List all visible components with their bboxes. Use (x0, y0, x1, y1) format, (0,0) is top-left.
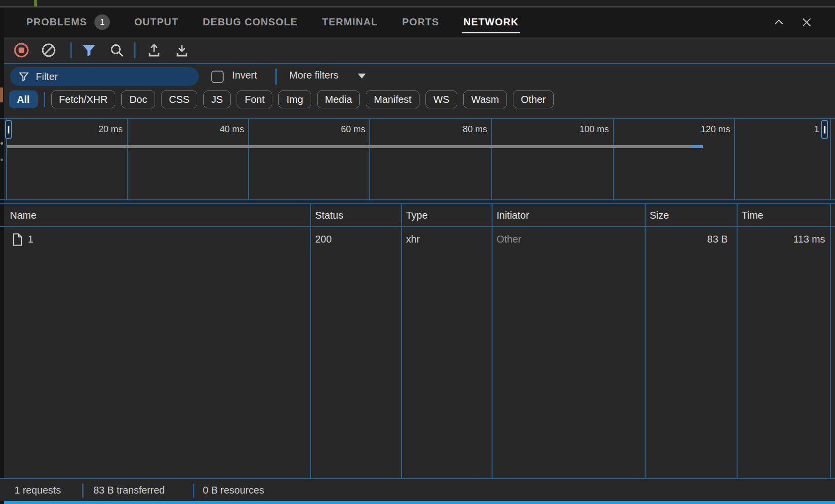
search-icon[interactable] (109, 43, 124, 58)
chip-media[interactable]: Media (317, 90, 360, 108)
chip-img[interactable]: Img (278, 90, 311, 108)
overview-gridline (127, 119, 128, 199)
column-header-size[interactable]: Size (650, 210, 669, 221)
overview-right-handle[interactable] (821, 120, 828, 139)
network-overview-timeline[interactable]: 20 ms 40 ms 60 ms 80 ms 100 ms 120 ms 1 (0, 118, 835, 200)
chip-font[interactable]: Font (237, 90, 272, 108)
chip-label: Doc (129, 94, 147, 105)
tab-problems[interactable]: PROBLEMS 1 (26, 7, 110, 37)
chip-label: Media (325, 94, 352, 105)
chips-divider (44, 92, 45, 107)
chip-manifest[interactable]: Manifest (366, 90, 419, 108)
resources-size: 0 B resources (203, 485, 264, 496)
tick-label: 120 ms (701, 124, 730, 135)
tab-terminal[interactable]: TERMINAL (322, 7, 378, 37)
editor-code-strip: 26 // const yourMMKVStorage = new MMKV()… (0, 0, 835, 6)
chip-label: Manifest (374, 94, 412, 105)
panel-focus-border (4, 501, 835, 504)
tab-label: DEBUG CONSOLE (203, 16, 298, 28)
chip-label: Other (521, 94, 546, 105)
chip-js[interactable]: JS (203, 90, 231, 108)
tab-network[interactable]: NETWORK (463, 7, 518, 37)
request-type-filter-chips: All Fetch/XHR Doc CSS JS Font Img Media … (4, 89, 835, 109)
table-row[interactable]: 1 200 xhr Other 83 B 113 ms (0, 227, 835, 251)
tab-ports[interactable]: PORTS (402, 7, 439, 37)
overview-gridline (613, 119, 614, 199)
requests-count: 1 requests (14, 485, 61, 496)
export-har-icon[interactable] (174, 43, 189, 58)
tick-label-clipped: 1 (814, 124, 819, 135)
overview-gridline (369, 119, 370, 199)
vscode-panel: 26 // const yourMMKVStorage = new MMKV()… (0, 0, 835, 504)
tab-output[interactable]: OUTPUT (134, 7, 178, 37)
overview-gridline (734, 119, 735, 199)
tab-label: PORTS (402, 16, 439, 28)
overview-left-handle[interactable] (5, 120, 12, 139)
problems-count-badge: 1 (94, 14, 110, 30)
tick-label: 100 ms (580, 124, 609, 135)
active-tab-underline (462, 32, 519, 33)
filter-input[interactable] (36, 71, 185, 83)
chevron-down-icon (358, 74, 366, 79)
summary-divider (193, 484, 194, 498)
summary-bar: 1 requests 83 B transferred 0 B resource… (0, 478, 835, 501)
toolbar-divider (134, 42, 136, 58)
cell-name[interactable]: 1 (28, 233, 33, 245)
overview-gridline (248, 119, 249, 199)
chip-label: CSS (169, 94, 189, 105)
column-header-type[interactable]: Type (406, 210, 427, 221)
chip-doc[interactable]: Doc (121, 90, 155, 108)
network-toolbar (4, 37, 835, 63)
tab-debug-console[interactable]: DEBUG CONSOLE (203, 7, 298, 37)
overview-request-bar-download (692, 145, 703, 148)
chip-label: Fetch/XHR (59, 94, 108, 105)
chip-label: Wasm (471, 94, 499, 105)
handle-grip (824, 126, 826, 133)
panel-tabs: PROBLEMS 1 OUTPUT DEBUG CONSOLE TERMINAL… (26, 7, 519, 37)
chip-all[interactable]: All (9, 90, 38, 108)
chip-label: Font (245, 94, 264, 105)
chevron-up-icon[interactable] (772, 16, 785, 29)
chip-css[interactable]: CSS (161, 90, 197, 108)
cell-size: 83 B (645, 233, 733, 245)
panel-actions (772, 7, 813, 37)
overview-gridline (491, 119, 492, 199)
clear-network-log-icon[interactable] (41, 43, 56, 58)
tick-label: 40 ms (220, 124, 244, 135)
cell-initiator[interactable]: Other (497, 233, 521, 245)
chip-label: JS (211, 94, 223, 105)
tick-label: 80 ms (463, 124, 487, 135)
tab-label: PROBLEMS (26, 16, 87, 28)
filter-icon[interactable] (82, 43, 96, 58)
chip-wasm[interactable]: Wasm (463, 90, 507, 108)
close-icon[interactable] (800, 16, 813, 29)
chip-fetch-xhr[interactable]: Fetch/XHR (51, 90, 116, 108)
code-line: 26 // const yourMMKVStorage = new MMKV()… (0, 0, 54, 6)
toolbar-divider (71, 42, 72, 58)
handle-grip (8, 126, 9, 133)
toolbar-bottom-rule (4, 63, 835, 64)
tab-label: TERMINAL (322, 16, 378, 28)
more-filters-button[interactable]: More filters (289, 70, 338, 81)
filter-input-pill[interactable] (10, 67, 199, 86)
column-header-time[interactable]: Time (742, 210, 763, 221)
gutter-modified-indicator (34, 0, 37, 6)
funnel-icon (18, 71, 29, 82)
invert-checkbox[interactable] (211, 71, 224, 83)
filter-row: Invert More filters (4, 65, 835, 88)
invert-label: Invert (232, 70, 257, 81)
tick-label: 20 ms (98, 124, 123, 135)
chip-ws[interactable]: WS (425, 90, 457, 108)
overview-request-bar (7, 145, 692, 148)
column-header-status[interactable]: Status (315, 210, 343, 221)
chip-label: All (17, 94, 30, 105)
chip-other[interactable]: Other (513, 90, 554, 108)
summary-divider (82, 484, 84, 498)
column-header-initiator[interactable]: Initiator (497, 210, 529, 221)
left-edge-marker (0, 87, 3, 102)
import-har-icon[interactable] (147, 43, 162, 58)
column-header-name[interactable]: Name (10, 210, 36, 221)
cell-time: 113 ms (737, 233, 830, 245)
record-stop-button[interactable] (13, 42, 29, 58)
chip-label: WS (433, 94, 449, 105)
